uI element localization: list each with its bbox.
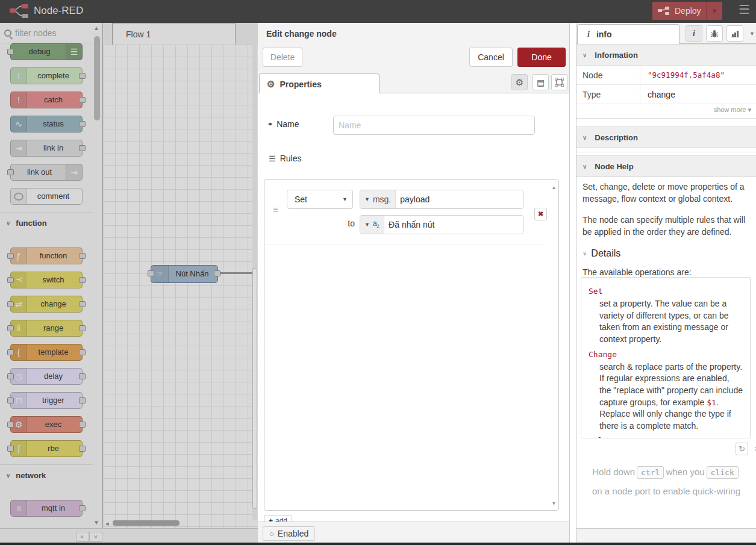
edit-tray: Edit change node Delete Cancel Done ⚙ Pr… [258, 23, 570, 543]
bottom-edge [0, 543, 756, 545]
edit-description-button[interactable]: ▤ [533, 74, 549, 90]
tab-properties[interactable]: ⚙ Properties [259, 73, 380, 94]
edit-shade-overlay [0, 23, 258, 543]
circle-icon: ○ [269, 529, 274, 538]
details-heading[interactable]: ∨ Details [583, 246, 750, 260]
bug-icon [710, 30, 719, 38]
operation-desc: search & replace parts of the property. … [599, 361, 743, 432]
rule-property-typedinput: ▼ msg. [360, 190, 523, 209]
delete-button[interactable]: Delete [263, 48, 302, 67]
information-table: Node "9c91994f.5af4a8" Type change [576, 66, 756, 104]
sidebar-splitter[interactable] [570, 23, 576, 543]
deploy-label: Deploy [675, 6, 701, 16]
table-row: Node "9c91994f.5af4a8" [576, 66, 756, 85]
info-icon: i [693, 29, 695, 39]
table-row: Type change [576, 85, 756, 104]
chevron-down-icon: ∨ [583, 134, 587, 141]
rules-scroll-up-arrow[interactable]: ▴ [552, 184, 555, 190]
rule-action-value: Set [295, 195, 307, 204]
rule-value-input[interactable] [384, 216, 523, 234]
node-red-app: Node-RED Deploy ▼ ☰ filter nodes ☰debug! [0, 0, 756, 545]
string-az-icon: az [373, 220, 380, 229]
section-description[interactable]: ∨ Description [576, 126, 756, 148]
value-type-button[interactable]: ▼ az [360, 216, 384, 234]
tips-panel: ↻ × Hold downctrlwhen youclick on a node… [576, 438, 756, 528]
operations-box: Set set a property. The value can be a v… [581, 277, 751, 438]
app-title: Node-RED [34, 5, 83, 17]
chevron-down-icon: ▼ [364, 196, 370, 202]
sidebar-tabs-caret[interactable]: ▼ [749, 31, 755, 37]
properties-tab-label: Properties [280, 79, 321, 89]
help-paragraph: The node can specify multiple rules that… [583, 214, 750, 238]
edit-properties-button[interactable]: ⚙ [511, 74, 528, 90]
row-label: Type [576, 90, 640, 99]
chevron-down-icon: ∨ [583, 163, 587, 170]
deploy-icon [658, 6, 670, 16]
name-input[interactable] [333, 116, 535, 135]
code-token: $1 [707, 398, 716, 407]
node-type-value: change [640, 85, 756, 104]
tip-text: Hold downctrlwhen youclick on a node por… [580, 462, 752, 500]
sidebar-info-button[interactable]: i [686, 25, 702, 42]
tray-tabrow: ⚙ Properties ⚙ ▤ [258, 71, 569, 93]
node-id-value: "9c91994f.5af4a8" [648, 70, 725, 79]
tab-info[interactable]: i info [577, 24, 679, 44]
edit-appearance-button[interactable] [551, 74, 567, 90]
to-label: to [337, 219, 355, 228]
rules-label: ☰ Rules [269, 154, 301, 163]
deploy-button[interactable]: Deploy ▼ [652, 2, 722, 20]
sidebar-debug-button[interactable] [706, 25, 723, 42]
operation-name: Set [589, 286, 743, 297]
operation-desc: set a property. The value can be a varie… [599, 298, 743, 345]
node-red-logo-icon [8, 3, 30, 22]
done-button[interactable]: Done [517, 48, 566, 67]
info-sidebar: i info i ▼ ∨ Information [576, 23, 756, 543]
tray-form: ♦ Name ☰ Rules ≡ Set ▼ ▼ [258, 93, 569, 522]
tray-footer: ○ Enabled [258, 522, 569, 543]
deploy-options-caret[interactable]: ▼ [706, 2, 722, 20]
operation-name: Change [589, 349, 743, 360]
section-information[interactable]: ∨ Information [576, 44, 756, 66]
refresh-tip-button[interactable]: ↻ [736, 443, 748, 455]
cancel-button[interactable]: Cancel [469, 48, 513, 67]
app-header: Node-RED Deploy ▼ ☰ [0, 0, 756, 23]
node-enabled-toggle[interactable]: ○ Enabled [263, 526, 315, 541]
info-tab-label: info [596, 30, 612, 39]
rule-action-select[interactable]: Set ▼ [287, 190, 353, 209]
tray-title: Edit change node [258, 23, 569, 45]
appearance-frame-icon [555, 78, 564, 87]
main-menu-button[interactable]: ☰ [739, 2, 750, 17]
show-more-link[interactable]: show more ▾ [714, 106, 751, 114]
gear-icon: ⚙ [267, 79, 275, 90]
section-node-help[interactable]: ∨ Node Help [576, 155, 756, 177]
chevron-down-icon: ▼ [364, 222, 370, 228]
tag-icon: ♦ [266, 122, 275, 126]
rule-row: ≡ Set ▼ ▼ msg. to [264, 180, 545, 244]
remove-rule-button[interactable]: ✖ [534, 208, 547, 220]
help-paragraph: Set, change, delete or move properties o… [583, 181, 750, 205]
name-field-label: ♦ Name [269, 119, 299, 129]
drag-handle-icon[interactable]: ≡ [273, 204, 278, 214]
chevron-down-icon: ∨ [583, 249, 587, 258]
tray-toolbar: Delete Cancel Done [258, 44, 569, 71]
select-caret-icon: ▼ [342, 196, 348, 202]
sidebar-chart-button[interactable] [726, 25, 743, 42]
gear-icon: ⚙ [516, 77, 523, 88]
property-type-button[interactable]: ▼ msg. [360, 190, 396, 208]
row-label: Node [576, 70, 640, 80]
divider [576, 118, 756, 119]
msg-prefix-label: msg. [373, 195, 391, 204]
node-help-body: Set, change, delete or move properties o… [583, 181, 750, 279]
ctrl-key: ctrl [637, 466, 664, 479]
list-icon: ☰ [269, 154, 276, 163]
rules-scroll-down-arrow[interactable]: ▾ [552, 500, 555, 506]
rule-value-typedinput: ▼ az [360, 215, 523, 234]
info-icon: i [587, 30, 590, 39]
sidebar-footer [576, 528, 756, 543]
chevron-down-icon: ∨ [583, 52, 587, 58]
click-key: click [707, 466, 739, 479]
document-icon: ▤ [537, 78, 545, 87]
rule-property-input[interactable] [396, 190, 523, 208]
rules-container: ≡ Set ▼ ▼ msg. to [264, 179, 559, 511]
divider [576, 152, 756, 152]
